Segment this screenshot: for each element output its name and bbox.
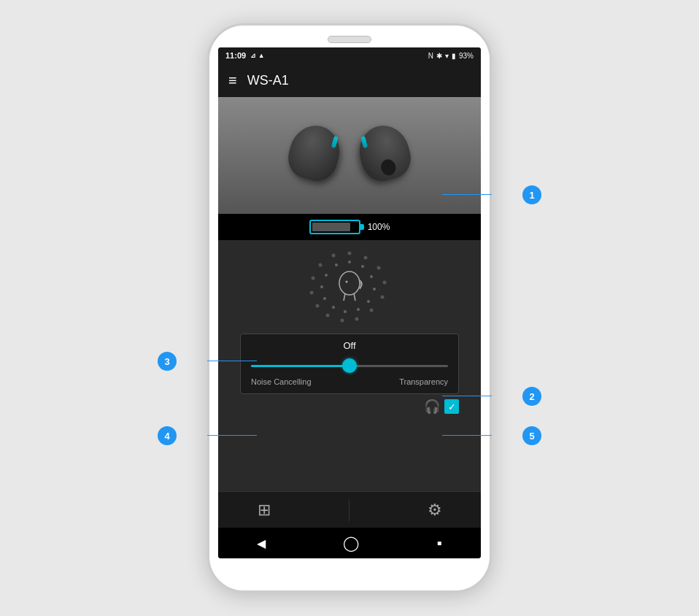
ear-icon: 🎧 (424, 399, 440, 415)
status-bar: 11:09 ⊿ ▲ N ✱ ▾ ▮ 93% (218, 47, 481, 63)
slider-fill (251, 365, 350, 367)
phone-device: 11:09 ⊿ ▲ N ✱ ▾ ▮ 93% ≡ WS-A1 (207, 23, 492, 593)
svg-point-19 (357, 308, 360, 311)
slider-container[interactable] (251, 357, 448, 374)
svg-point-17 (373, 288, 376, 290)
svg-point-4 (381, 296, 385, 299)
svg-point-18 (367, 300, 370, 303)
battery-indicator (309, 220, 360, 234)
nav-divider (349, 499, 350, 521)
app-bar: ≡ WS-A1 (218, 63, 481, 97)
nfc-icon: N (428, 52, 433, 60)
battery-percent: 93% (459, 52, 474, 60)
recent-button[interactable]: ▪ (437, 535, 442, 552)
battery-percentage: 100% (368, 222, 390, 232)
earbud-right (353, 120, 415, 185)
annotation-1: 1 (522, 185, 541, 204)
battery-row: 100% (218, 214, 481, 240)
settings-icon[interactable]: ⚙ (428, 501, 442, 520)
svg-point-8 (326, 314, 330, 317)
annotation-line-3 (207, 361, 257, 361)
status-time: 11:09 ⊿ ▲ (225, 51, 265, 60)
svg-point-20 (344, 310, 347, 313)
app-title: WS-A1 (247, 73, 289, 88)
back-button[interactable]: ◀ (257, 536, 266, 550)
svg-point-21 (332, 306, 335, 309)
slider-section: Off Noise Cancelling Transparency (240, 334, 459, 394)
earbud-left (283, 120, 345, 185)
phone-wrapper: 11:09 ⊿ ▲ N ✱ ▾ ▮ 93% ≡ WS-A1 (207, 23, 492, 593)
svg-point-24 (325, 274, 328, 277)
signal-icons: ⊿ ▲ (250, 52, 264, 59)
annotation-line-4 (207, 435, 257, 436)
battery-status-icon: ▮ (452, 52, 456, 60)
annotation-line-5 (442, 435, 492, 436)
phone-speaker (328, 36, 371, 43)
battery-fill (312, 223, 351, 231)
label-transparency: Transparency (399, 377, 448, 386)
slider-track (251, 365, 448, 367)
bluetooth-icon: ✱ (436, 52, 442, 60)
svg-point-14 (348, 261, 351, 263)
svg-point-12 (319, 263, 323, 267)
annotation-line-2 (442, 396, 492, 396)
annotation-5: 5 (522, 426, 541, 445)
slider-thumb[interactable] (342, 358, 357, 373)
annotation-line-1 (442, 194, 492, 195)
annotation-3: 3 (158, 352, 177, 371)
slider-status-text: Off (251, 340, 448, 351)
annotation-4: 4 (158, 426, 177, 445)
svg-point-7 (341, 319, 344, 323)
svg-point-16 (370, 275, 373, 278)
app-bottom-nav: ⊞ ⚙ (218, 491, 481, 528)
time-display: 11:09 (225, 51, 246, 60)
svg-point-25 (335, 263, 338, 266)
slider-labels: Noise Cancelling Transparency (251, 377, 448, 386)
svg-point-1 (364, 256, 368, 260)
android-nav: ◀ ◯ ▪ (218, 528, 481, 558)
equalizer-icon[interactable]: ⊞ (258, 501, 271, 520)
svg-point-9 (316, 304, 320, 308)
status-icons: N ✱ ▾ ▮ 93% (428, 52, 474, 60)
svg-point-23 (320, 285, 323, 288)
checkbox-row: 🎧 ✓ (240, 399, 459, 415)
home-button[interactable]: ◯ (343, 534, 359, 552)
svg-point-0 (348, 252, 352, 255)
earbuds-section (218, 97, 481, 214)
checkbox[interactable]: ✓ (444, 399, 459, 414)
svg-point-10 (310, 291, 314, 295)
svg-point-5 (370, 309, 374, 312)
svg-point-22 (323, 297, 326, 300)
menu-button[interactable]: ≡ (228, 72, 237, 89)
label-noise-cancelling: Noise Cancelling (251, 377, 312, 386)
earbuds-container (290, 126, 409, 180)
svg-point-15 (361, 265, 364, 268)
svg-point-13 (332, 254, 336, 258)
nc-section: Off Noise Cancelling Transparency 🎧 (218, 240, 481, 491)
wifi-icon: ▾ (445, 52, 449, 60)
svg-point-6 (355, 317, 359, 321)
annotation-2: 2 (522, 387, 541, 406)
svg-point-11 (312, 277, 315, 280)
svg-point-3 (383, 281, 387, 285)
dots-ring-svg (306, 247, 393, 328)
svg-point-2 (377, 266, 381, 270)
phone-screen: 11:09 ⊿ ▲ N ✱ ▾ ▮ 93% ≡ WS-A1 (218, 47, 481, 558)
head-visual (306, 247, 393, 328)
